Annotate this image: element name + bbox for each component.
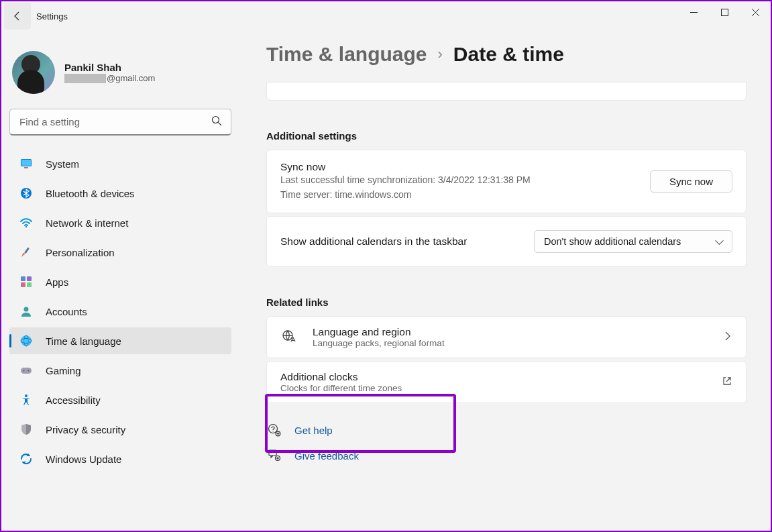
section-heading-related: Related links [266,297,747,308]
nav-item-personalization[interactable]: Personalization [9,239,231,266]
profile-name: Pankil Shah [64,62,155,73]
chevron-right-icon [723,331,732,343]
svg-rect-28 [269,450,276,456]
nav-item-label: Privacy & security [46,424,125,435]
breadcrumb: Time & language › Date & time [266,43,747,66]
chevron-right-icon: › [438,46,443,63]
nav-item-system[interactable]: System [9,150,231,177]
calendars-label: Show additional calendars in the taskbar [280,235,534,248]
profile-block[interactable]: Pankil Shah @gmail.com [9,46,231,94]
language-icon [280,328,299,347]
svg-rect-11 [27,276,32,281]
content-area: Time & language › Date & time Additional… [239,31,771,531]
feedback-icon [266,447,282,464]
svg-point-8 [25,226,27,227]
external-link-icon [722,376,732,389]
person-icon [19,304,34,319]
svg-point-14 [24,307,29,312]
nav-item-label: Windows Update [46,454,121,465]
sidebar: Pankil Shah @gmail.com SystemBluetooth &… [1,31,239,531]
svg-rect-13 [27,282,32,287]
additional-clocks-title: Additional clocks [280,371,722,383]
nav-item-network-internet[interactable]: Network & internet [9,209,231,236]
window-controls [678,1,771,23]
nav-item-gaming[interactable]: Gaming [9,357,231,384]
minimize-button[interactable] [678,1,709,23]
nav-item-accounts[interactable]: Accounts [9,298,231,325]
sync-last: Last successful time synchronization: 3/… [280,173,650,188]
globe-icon [19,333,34,348]
nav-item-label: System [46,158,79,170]
section-heading-additional: Additional settings [266,130,747,142]
maximize-icon [721,9,728,16]
nav-item-label: Bluetooth & devices [46,188,135,199]
nav-item-label: Personalization [46,247,115,258]
search-icon [211,115,222,129]
nav-item-bluetooth-devices[interactable]: Bluetooth & devices [9,180,231,207]
nav-item-label: Apps [46,276,68,288]
svg-point-15 [21,335,32,346]
calendars-dropdown[interactable]: Don't show additional calendars [534,230,732,253]
redacted-text [64,74,106,83]
svg-rect-6 [24,167,28,168]
sync-server: Time server: time.windows.com [280,188,650,203]
svg-point-2 [213,117,219,123]
give-feedback-text[interactable]: Give feedback [294,450,359,462]
close-icon [752,9,759,16]
avatar [12,51,55,94]
apps-icon [19,274,34,289]
search-input[interactable] [9,109,231,136]
wifi-icon [19,215,34,230]
svg-rect-18 [21,368,32,374]
svg-point-21 [25,394,27,397]
help-icon [266,422,282,438]
additional-clocks-link[interactable]: Additional clocks Clocks for different t… [266,361,747,403]
close-button[interactable] [740,1,771,23]
maximize-button[interactable] [709,1,740,23]
language-region-title: Language and region [313,326,723,338]
svg-rect-10 [21,276,25,281]
calendars-card: Show additional calendars in the taskbar… [266,216,747,267]
svg-point-20 [28,370,30,372]
nav-item-accessibility[interactable]: Accessibility [9,386,231,413]
get-help-text[interactable]: Get help [294,425,333,436]
accessibility-icon [19,392,34,407]
gamepad-icon [19,363,34,378]
language-region-link[interactable]: Language and region Language packs, regi… [266,316,747,358]
back-button[interactable] [4,3,31,30]
sync-now-button[interactable]: Sync now [650,170,732,193]
language-region-sub: Language packs, regional format [313,338,723,348]
svg-rect-1 [721,9,728,15]
svg-rect-12 [21,282,25,287]
brush-icon [19,245,34,260]
search-field[interactable] [9,109,231,136]
give-feedback-link[interactable]: Give feedback [266,447,747,464]
nav-item-label: Accounts [46,306,87,317]
card-fragment [266,82,747,101]
nav-item-label: Time & language [46,335,121,347]
update-icon [19,451,34,466]
breadcrumb-current: Date & time [453,43,564,66]
nav-list: SystemBluetooth & devicesNetwork & inter… [9,150,231,472]
shield-icon [19,422,34,437]
nav-item-time-language[interactable]: Time & language [9,327,231,354]
nav-item-apps[interactable]: Apps [9,268,231,295]
get-help-link[interactable]: Get help [266,422,747,438]
footer-links: Get help Give feedback [266,422,747,464]
nav-item-label: Accessibility [46,394,101,406]
nav-item-windows-update[interactable]: Windows Update [9,445,231,472]
bluetooth-icon [19,186,34,201]
titlebar: Settings [1,1,771,31]
nav-item-label: Network & internet [46,217,128,229]
sync-title: Sync now [280,161,650,173]
nav-item-privacy-security[interactable]: Privacy & security [9,416,231,443]
svg-rect-5 [21,160,31,166]
svg-rect-9 [24,248,30,254]
additional-clocks-sub: Clocks for different time zones [280,383,722,393]
profile-email: @gmail.com [64,73,155,84]
nav-item-label: Gaming [46,365,81,376]
sync-card: Sync now Last successful time synchroniz… [266,150,747,213]
svg-point-24 [272,431,273,432]
minimize-icon [690,9,698,16]
breadcrumb-parent[interactable]: Time & language [266,43,427,66]
